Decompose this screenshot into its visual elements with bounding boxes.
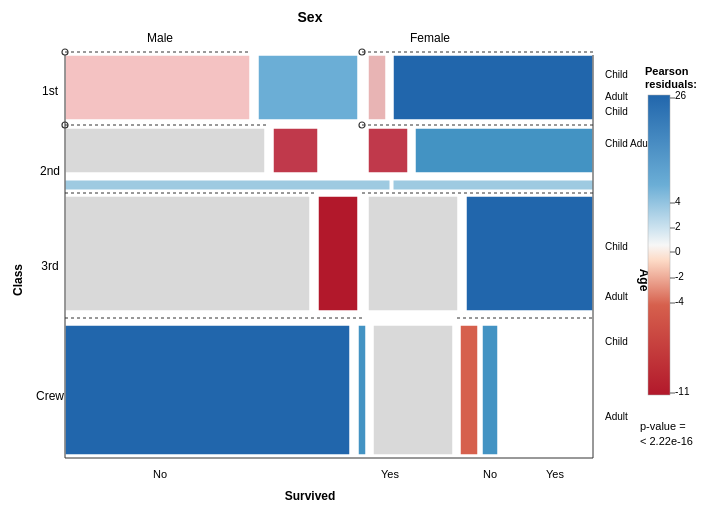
age-crew-adult: Adult: [605, 411, 628, 422]
legend-title-line2: residuals:: [645, 78, 697, 90]
tile-2nd-male-yes: [273, 128, 318, 173]
age-1st-child-female: Child: [605, 106, 628, 117]
age-3rd-adult: Adult: [605, 291, 628, 302]
tile-1st-male-no: [65, 55, 250, 120]
legend-val-neg11: -11: [675, 386, 690, 397]
survived-yes-female1: Yes: [546, 468, 564, 480]
class-3rd-label: 3rd: [41, 259, 58, 273]
tile-3rd-female-yes: [466, 196, 593, 311]
tile-1st-female-no: [368, 55, 386, 120]
xaxis-label: Survived: [285, 489, 336, 503]
tile-3rd-male-yes: [318, 196, 358, 311]
tile-crew-female-no: [373, 325, 453, 455]
survived-yes-male: Yes: [381, 468, 399, 480]
class-2nd-label: 2nd: [40, 164, 60, 178]
tile-3rd-male-no: [65, 196, 310, 311]
sex-female-label: Female: [410, 31, 450, 45]
pvalue-value: < 2.22e-16: [640, 435, 693, 447]
age-1st-child-male: Child: [605, 69, 628, 80]
age-2nd-child: Child Adult: [605, 138, 653, 149]
age-1st-adult-male: Adult: [605, 91, 628, 102]
tile-1st-male-yes: [258, 55, 358, 120]
chart-title: Sex: [298, 9, 323, 25]
tile-2nd-male-no: [65, 128, 265, 173]
class-crew-label: Crew: [36, 389, 64, 403]
svg-rect-9: [65, 180, 390, 190]
tile-2nd-female-yes: [415, 128, 593, 173]
age-3rd-child: Child: [605, 241, 628, 252]
legend-val-4: 4: [675, 196, 681, 207]
age-crew-child: Child: [605, 336, 628, 347]
tile-2nd-female-no: [368, 128, 408, 173]
tile-crew-male-no: [65, 325, 350, 455]
svg-rect-10: [393, 180, 593, 190]
survived-no-female: No: [483, 468, 497, 480]
legend-title-line1: Pearson: [645, 65, 689, 77]
survived-no-male: No: [153, 468, 167, 480]
pvalue-label: p-value =: [640, 420, 686, 432]
legend-val-0: 0: [675, 246, 681, 257]
legend-val-26: 26: [675, 90, 687, 101]
legend-val-neg2: -2: [675, 271, 684, 282]
sex-male-label: Male: [147, 31, 173, 45]
tile-3rd-female-no: [368, 196, 458, 311]
mosaic-plot: Sex Male Female Class Survived 1st 2nd 3…: [0, 0, 720, 514]
svg-rect-16: [648, 95, 670, 395]
legend-val-2: 2: [675, 221, 681, 232]
tile-crew-female-yes2: [482, 325, 498, 455]
class-1st-label: 1st: [42, 84, 59, 98]
legend-val-neg4: -4: [675, 296, 684, 307]
tile-1st-female-yes: [393, 55, 593, 120]
yaxis-label: Class: [11, 264, 25, 296]
tile-crew-female-yes: [460, 325, 478, 455]
tile-crew-male-yes-small: [358, 325, 366, 455]
